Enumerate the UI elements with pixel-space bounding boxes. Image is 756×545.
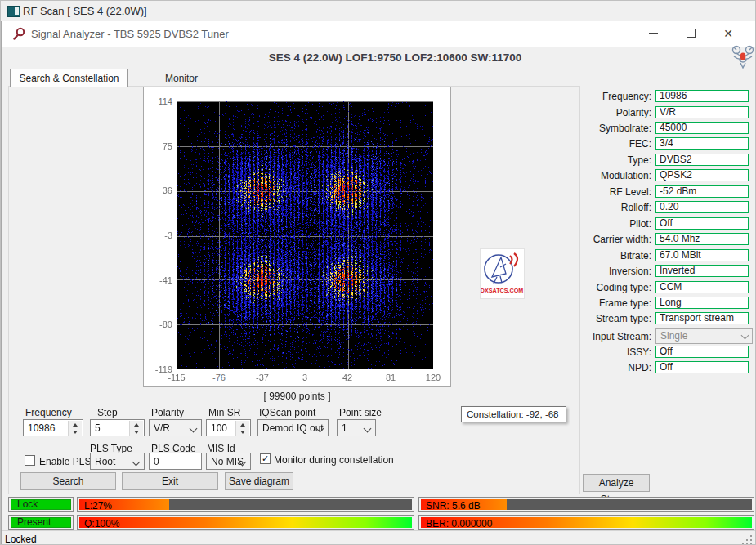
signal-analyzer-window: RF Scan [ SES 4 (22.0W)] Signal Analyzer… [0, 0, 756, 545]
ber-text: BER: 0.000000 [426, 518, 492, 528]
save-diagram-button[interactable]: Save diagram [225, 472, 293, 490]
pls-type-select[interactable]: Root [90, 453, 145, 470]
field-symbolrate-label: Symbolrate: [574, 123, 651, 134]
parent-titlebar: RF Scan [ SES 4 (22.0W)] [1, 1, 756, 22]
field-stream-type-label: Stream type: [574, 313, 651, 324]
field-frequency-value: 10986 [655, 90, 749, 102]
rf-scan-app-icon [7, 6, 20, 17]
signal-field-row: Input Stream:Single [574, 330, 750, 344]
minimize-icon [649, 33, 658, 34]
step-stepper[interactable]: 5 [90, 419, 145, 436]
monitor-constellation-checkbox[interactable]: ✓ [260, 453, 271, 464]
x-tick: 81 [374, 373, 407, 382]
x-tick: 120 [417, 373, 450, 382]
iqscan-label: IQScan point [259, 407, 315, 418]
y-tick: -3 [144, 230, 172, 240]
points-count-label: [ 99900 points ] [143, 391, 451, 402]
analyzer-child-window: Signal Analyzer - TBS 5925 DVBS2 Tuner ✕… [1, 21, 756, 545]
field-coding-type-label: Coding type: [574, 282, 651, 293]
field-fec-value: 3/4 [655, 137, 749, 150]
quality-text: Q:100% [84, 518, 119, 528]
spin-down-icon[interactable] [129, 428, 143, 436]
satellite-header: SES 4 (22.0W) LOF1:9750 LOF2:10600 SW:11… [34, 51, 756, 64]
field-rf-level-value: -52 dBm [655, 185, 749, 198]
field-coding-type-value: CCM [655, 281, 749, 293]
tab-pane-border [579, 86, 580, 494]
field-npd-value: Off [655, 361, 749, 373]
tab-monitor[interactable]: Monitor [132, 71, 230, 86]
monitor-constellation-label: Monitor during constellation [274, 454, 394, 466]
field-polarity-label: Polarity: [574, 107, 651, 118]
frequency-stepper[interactable]: 10986 [23, 419, 83, 436]
present-badge-frame: Present [8, 515, 74, 530]
window-title: Signal Analyzer - TBS 5925 DVBS2 Tuner [31, 28, 229, 40]
titlebar: Signal Analyzer - TBS 5925 DVBS2 Tuner ✕ [2, 21, 756, 47]
close-icon: ✕ [723, 28, 733, 39]
point-size-label: Point size [339, 407, 382, 418]
chevron-down-icon [741, 332, 749, 340]
emblem-logo [731, 43, 755, 69]
field-rf-level-label: RF Level: [574, 186, 651, 198]
signal-field-row: ISSY:Off [574, 346, 750, 360]
signal-field-row: Pilot:Off [574, 217, 750, 231]
field-frame-type-value: Long [655, 297, 749, 309]
field-polarity-value: V/R [655, 106, 749, 118]
field-bitrate-label: Bitrate: [574, 250, 651, 261]
x-tick: -115 [160, 373, 193, 382]
enable-pls-label: Enable PLS [39, 456, 91, 467]
polarity-select[interactable]: V/R [149, 419, 202, 436]
field-pilot-value: Off [655, 217, 749, 230]
lock-badge: Lock [11, 499, 71, 510]
signal-field-row: RF Level:-52 dBm [574, 185, 750, 199]
quality-bar: Q:100% [77, 515, 414, 530]
resize-grip[interactable] [742, 535, 753, 545]
iqscan-select[interactable]: Demod IQ out [257, 419, 329, 436]
tab-search-constellation[interactable]: Search & Constellation [10, 69, 128, 87]
signal-field-row: Rolloff:0.20 [574, 201, 750, 215]
field-inversion-value: Inverted [655, 265, 749, 277]
field-npd-label: NPD: [574, 362, 651, 373]
field-modulation-value: QPSK2 [655, 169, 749, 181]
chevron-down-icon [190, 425, 198, 433]
spin-down-icon[interactable] [68, 428, 82, 436]
field-symbolrate-value: 45000 [655, 122, 749, 134]
field-bitrate-value: 67.0 MBit [655, 249, 749, 261]
pls-code-input[interactable]: 0 [149, 453, 202, 470]
x-tick: 3 [289, 373, 321, 382]
mis-id-select[interactable]: No MIS [206, 453, 251, 470]
enable-pls-checkbox[interactable] [25, 455, 35, 466]
min-sr-stepper[interactable]: 100 [206, 419, 251, 436]
dxsatcs-logo: DXSATCS.COM [480, 248, 525, 299]
min-sr-label: Min SR [208, 407, 240, 418]
y-tick: 75 [144, 141, 172, 151]
spin-down-icon[interactable] [235, 428, 249, 436]
maximize-button[interactable] [677, 21, 705, 45]
minimize-button[interactable] [639, 21, 667, 45]
signal-field-row: Polarity:V/R [574, 106, 750, 120]
level-text: L:27% [84, 500, 112, 510]
constellation-plot[interactable] [177, 101, 433, 369]
point-size-select[interactable]: 1 [337, 419, 376, 436]
signal-field-row: Symbolrate:45000 [574, 122, 750, 136]
signal-field-row: Frame type:Long [574, 297, 750, 310]
field-modulation-label: Modulation: [574, 170, 651, 181]
signal-field-row: Inversion:Inverted [574, 265, 750, 279]
signal-field-row: Type:DVBS2 [574, 154, 750, 168]
field-issy-value: Off [655, 346, 749, 358]
field-frame-type-label: Frame type: [574, 297, 651, 309]
status-strip: Locked [2, 530, 756, 545]
chevron-down-icon [132, 458, 141, 467]
field-rolloff-label: Rolloff: [574, 202, 651, 213]
tab-pane-border [8, 494, 580, 494]
polarity-label: Polarity [151, 407, 184, 418]
input-stream-combo: Single [655, 328, 753, 344]
y-tick: 114 [144, 96, 172, 106]
search-button[interactable]: Search [20, 472, 116, 490]
field-inversion-label: Inversion: [574, 266, 651, 277]
field-input-stream-label: Input Stream: [574, 331, 651, 342]
analyze-stream-button[interactable]: Analyze Stream [583, 474, 650, 492]
exit-button[interactable]: Exit [122, 472, 218, 490]
signal-field-row: Frequency:10986 [574, 90, 750, 104]
close-button[interactable]: ✕ [714, 21, 742, 45]
field-carrier-width-value: 54.0 Mhz [655, 233, 749, 245]
